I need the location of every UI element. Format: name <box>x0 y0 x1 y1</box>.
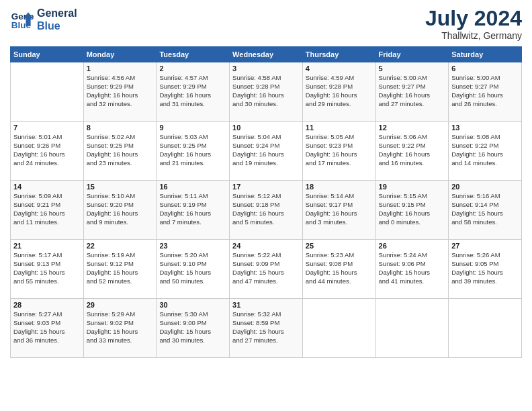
calendar-cell: 24Sunrise: 5:22 AMSunset: 9:09 PMDayligh… <box>230 240 303 299</box>
calendar-cell <box>11 62 84 122</box>
calendar-cell: 9Sunrise: 5:03 AMSunset: 9:25 PMDaylight… <box>157 122 230 181</box>
day-info: Sunrise: 5:10 AMSunset: 9:20 PMDaylight:… <box>87 192 154 226</box>
col-friday: Friday <box>375 47 449 62</box>
calendar-table: Sunday Monday Tuesday Wednesday Thursday… <box>10 46 522 358</box>
day-info: Sunrise: 5:03 AMSunset: 9:25 PMDaylight:… <box>159 133 226 167</box>
day-info: Sunrise: 5:09 AMSunset: 9:21 PMDaylight:… <box>13 192 81 226</box>
day-number: 25 <box>306 242 373 250</box>
week-row-5: 28Sunrise: 5:27 AMSunset: 9:03 PMDayligh… <box>11 299 522 358</box>
day-info: Sunrise: 5:22 AMSunset: 9:09 PMDaylight:… <box>232 251 300 285</box>
calendar-cell: 23Sunrise: 5:20 AMSunset: 9:10 PMDayligh… <box>157 240 230 299</box>
col-saturday: Saturday <box>449 47 522 62</box>
calendar-cell: 28Sunrise: 5:27 AMSunset: 9:03 PMDayligh… <box>11 299 84 358</box>
calendar-header-row: Sunday Monday Tuesday Wednesday Thursday… <box>11 47 522 62</box>
day-info: Sunrise: 5:12 AMSunset: 9:18 PMDaylight:… <box>232 192 300 226</box>
page-header: General Blue General Blue July 2024 Thal… <box>10 7 522 41</box>
day-info: Sunrise: 5:06 AMSunset: 9:22 PMDaylight:… <box>379 133 446 167</box>
day-number: 8 <box>87 124 154 132</box>
logo-line1: General <box>37 7 77 19</box>
day-number: 13 <box>451 124 519 132</box>
day-info: Sunrise: 5:02 AMSunset: 9:25 PMDaylight:… <box>87 133 154 167</box>
day-info: Sunrise: 4:56 AMSunset: 9:29 PMDaylight:… <box>87 74 154 108</box>
day-info: Sunrise: 5:00 AMSunset: 9:27 PMDaylight:… <box>451 74 519 108</box>
day-number: 11 <box>306 124 373 132</box>
calendar-cell: 1Sunrise: 4:56 AMSunset: 9:29 PMDaylight… <box>83 62 157 122</box>
day-number: 19 <box>379 183 446 191</box>
day-info: Sunrise: 5:16 AMSunset: 9:14 PMDaylight:… <box>451 192 519 226</box>
calendar-cell: 21Sunrise: 5:17 AMSunset: 9:13 PMDayligh… <box>11 240 84 299</box>
calendar-cell: 14Sunrise: 5:09 AMSunset: 9:21 PMDayligh… <box>11 181 84 240</box>
calendar-cell <box>449 299 522 358</box>
col-wednesday: Wednesday <box>230 47 303 62</box>
calendar-cell: 6Sunrise: 5:00 AMSunset: 9:27 PMDaylight… <box>449 62 522 122</box>
calendar-cell: 18Sunrise: 5:14 AMSunset: 9:17 PMDayligh… <box>302 181 375 240</box>
day-info: Sunrise: 5:00 AMSunset: 9:27 PMDaylight:… <box>379 74 446 108</box>
day-number: 20 <box>451 183 519 191</box>
calendar-cell: 20Sunrise: 5:16 AMSunset: 9:14 PMDayligh… <box>449 181 522 240</box>
day-info: Sunrise: 4:57 AMSunset: 9:29 PMDaylight:… <box>159 74 226 108</box>
calendar-cell: 2Sunrise: 4:57 AMSunset: 9:29 PMDaylight… <box>157 62 230 122</box>
calendar-cell: 29Sunrise: 5:29 AMSunset: 9:02 PMDayligh… <box>83 299 157 358</box>
day-info: Sunrise: 5:05 AMSunset: 9:23 PMDaylight:… <box>306 133 373 167</box>
day-number: 21 <box>13 242 81 250</box>
day-number: 9 <box>159 124 226 132</box>
day-info: Sunrise: 5:08 AMSunset: 9:22 PMDaylight:… <box>451 133 519 167</box>
day-info: Sunrise: 5:15 AMSunset: 9:15 PMDaylight:… <box>379 192 446 226</box>
day-info: Sunrise: 5:20 AMSunset: 9:10 PMDaylight:… <box>159 251 226 285</box>
day-number: 1 <box>87 64 154 73</box>
calendar-cell: 17Sunrise: 5:12 AMSunset: 9:18 PMDayligh… <box>230 181 303 240</box>
logo: General Blue General Blue <box>10 7 77 32</box>
col-sunday: Sunday <box>11 47 84 62</box>
calendar-cell: 3Sunrise: 4:58 AMSunset: 9:28 PMDaylight… <box>230 62 303 122</box>
day-info: Sunrise: 5:26 AMSunset: 9:05 PMDaylight:… <box>451 251 519 285</box>
day-info: Sunrise: 5:17 AMSunset: 9:13 PMDaylight:… <box>13 251 81 285</box>
week-row-4: 21Sunrise: 5:17 AMSunset: 9:13 PMDayligh… <box>11 240 522 299</box>
day-info: Sunrise: 4:58 AMSunset: 9:28 PMDaylight:… <box>232 74 300 108</box>
calendar-cell <box>302 299 375 358</box>
day-number: 5 <box>379 64 446 73</box>
calendar-cell: 12Sunrise: 5:06 AMSunset: 9:22 PMDayligh… <box>375 122 449 181</box>
calendar-cell: 10Sunrise: 5:04 AMSunset: 9:24 PMDayligh… <box>230 122 303 181</box>
day-number: 3 <box>232 64 300 73</box>
calendar-cell: 5Sunrise: 5:00 AMSunset: 9:27 PMDaylight… <box>375 62 449 122</box>
day-number: 7 <box>13 124 81 132</box>
day-number: 31 <box>232 301 300 309</box>
day-number: 22 <box>87 242 154 250</box>
day-number: 23 <box>159 242 226 250</box>
calendar-cell: 25Sunrise: 5:23 AMSunset: 9:08 PMDayligh… <box>302 240 375 299</box>
day-info: Sunrise: 5:14 AMSunset: 9:17 PMDaylight:… <box>306 192 373 226</box>
day-info: Sunrise: 5:11 AMSunset: 9:19 PMDaylight:… <box>159 192 226 226</box>
day-info: Sunrise: 5:01 AMSunset: 9:26 PMDaylight:… <box>13 133 81 167</box>
day-number: 30 <box>159 301 226 309</box>
day-number: 18 <box>306 183 373 191</box>
location: Thallwitz, Germany <box>425 30 522 41</box>
calendar-cell: 15Sunrise: 5:10 AMSunset: 9:20 PMDayligh… <box>83 181 157 240</box>
col-thursday: Thursday <box>302 47 375 62</box>
day-number: 16 <box>159 183 226 191</box>
week-row-1: 1Sunrise: 4:56 AMSunset: 9:29 PMDaylight… <box>11 62 522 122</box>
day-number: 29 <box>87 301 154 309</box>
day-number: 15 <box>87 183 154 191</box>
calendar-cell: 22Sunrise: 5:19 AMSunset: 9:12 PMDayligh… <box>83 240 157 299</box>
day-number: 27 <box>451 242 519 250</box>
calendar-cell: 19Sunrise: 5:15 AMSunset: 9:15 PMDayligh… <box>375 181 449 240</box>
calendar-cell <box>375 299 449 358</box>
day-number: 26 <box>379 242 446 250</box>
week-row-2: 7Sunrise: 5:01 AMSunset: 9:26 PMDaylight… <box>11 122 522 181</box>
day-number: 10 <box>232 124 300 132</box>
day-info: Sunrise: 4:59 AMSunset: 9:28 PMDaylight:… <box>306 74 373 108</box>
day-number: 2 <box>159 64 226 73</box>
calendar-cell: 31Sunrise: 5:32 AMSunset: 8:59 PMDayligh… <box>230 299 303 358</box>
day-info: Sunrise: 5:04 AMSunset: 9:24 PMDaylight:… <box>232 133 300 167</box>
calendar-cell: 27Sunrise: 5:26 AMSunset: 9:05 PMDayligh… <box>449 240 522 299</box>
logo-line2: Blue <box>37 19 77 32</box>
day-info: Sunrise: 5:27 AMSunset: 9:03 PMDaylight:… <box>13 310 81 345</box>
day-info: Sunrise: 5:23 AMSunset: 9:08 PMDaylight:… <box>306 251 373 285</box>
day-number: 14 <box>13 183 81 191</box>
calendar-cell: 26Sunrise: 5:24 AMSunset: 9:06 PMDayligh… <box>375 240 449 299</box>
day-number: 24 <box>232 242 300 250</box>
day-number: 28 <box>13 301 81 309</box>
calendar-cell: 7Sunrise: 5:01 AMSunset: 9:26 PMDaylight… <box>11 122 84 181</box>
day-info: Sunrise: 5:24 AMSunset: 9:06 PMDaylight:… <box>379 251 446 285</box>
day-number: 12 <box>379 124 446 132</box>
